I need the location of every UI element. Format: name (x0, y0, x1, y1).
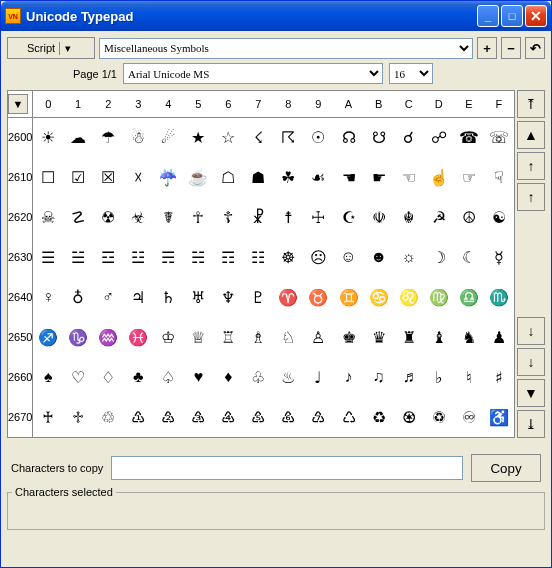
char-cell[interactable]: ♿ (484, 397, 514, 437)
nav-down-button[interactable]: ↓ (517, 348, 545, 376)
char-cell[interactable]: ♄ (153, 277, 183, 317)
char-cell[interactable]: ☂ (93, 117, 123, 157)
char-cell[interactable]: ☩ (303, 197, 333, 237)
char-cell[interactable]: ☈ (273, 117, 303, 157)
char-cell[interactable]: ☴ (153, 237, 183, 277)
char-cell[interactable]: ♃ (123, 277, 153, 317)
char-cell[interactable]: ☍ (424, 117, 454, 157)
char-cell[interactable]: ☵ (183, 237, 213, 277)
char-cell[interactable]: ♢ (93, 357, 123, 397)
char-cell[interactable]: ♉ (303, 277, 333, 317)
char-cell[interactable]: ☽ (424, 237, 454, 277)
char-cell[interactable]: ♌ (394, 277, 424, 317)
char-cell[interactable]: ♲ (93, 397, 123, 437)
char-cell[interactable]: ☷ (243, 237, 273, 277)
char-cell[interactable]: ♮ (454, 357, 484, 397)
char-cell[interactable]: ♩ (303, 357, 333, 397)
char-cell[interactable]: ☢ (93, 197, 123, 237)
char-cell[interactable]: ♖ (213, 317, 243, 357)
char-cell[interactable]: ♋ (364, 277, 394, 317)
char-cell[interactable]: ♪ (333, 357, 363, 397)
char-cell[interactable]: ♫ (364, 357, 394, 397)
char-cell[interactable]: ☉ (303, 117, 333, 157)
char-cell[interactable]: ☁ (63, 117, 93, 157)
char-cell[interactable]: ♊ (333, 277, 363, 317)
char-cell[interactable]: ♰ (33, 397, 63, 437)
nav-top-button[interactable]: ⤒ (517, 90, 545, 118)
char-cell[interactable]: ♴ (153, 397, 183, 437)
char-cell[interactable]: ☹ (303, 237, 333, 277)
char-cell[interactable]: ♓ (123, 317, 153, 357)
char-cell[interactable]: ☻ (364, 237, 394, 277)
char-cell[interactable]: ♠ (33, 357, 63, 397)
char-cell[interactable]: ☎ (454, 117, 484, 157)
font-size-select[interactable]: 16 (389, 63, 433, 84)
char-cell[interactable]: ♜ (394, 317, 424, 357)
char-cell[interactable]: ♱ (63, 397, 93, 437)
char-cell[interactable]: ♻ (364, 397, 394, 437)
char-cell[interactable]: ☧ (243, 197, 273, 237)
char-cell[interactable]: ☐ (33, 157, 63, 197)
char-cell[interactable]: ☪ (333, 197, 363, 237)
char-cell[interactable]: ☚ (333, 157, 363, 197)
char-cell[interactable]: ♙ (303, 317, 333, 357)
char-cell[interactable]: ☘ (273, 157, 303, 197)
char-cell[interactable]: ☄ (153, 117, 183, 157)
char-cell[interactable]: ♁ (63, 277, 93, 317)
category-select[interactable]: Miscellaneous Symbols (99, 38, 473, 59)
char-cell[interactable]: ♾ (454, 397, 484, 437)
char-cell[interactable]: ♷ (243, 397, 273, 437)
nav-page-up-button[interactable]: ▲ (517, 121, 545, 149)
char-cell[interactable]: ♣ (123, 357, 153, 397)
reset-button[interactable]: ↶ (525, 37, 545, 59)
char-cell[interactable]: ☌ (394, 117, 424, 157)
char-cell[interactable]: ♤ (153, 357, 183, 397)
nav-up-button[interactable]: ↑ (517, 152, 545, 180)
char-cell[interactable]: ♥ (183, 357, 213, 397)
char-cell[interactable]: ♎ (454, 277, 484, 317)
char-cell[interactable]: ☒ (93, 157, 123, 197)
char-cell[interactable]: ♽ (424, 397, 454, 437)
char-cell[interactable]: ☺ (333, 237, 363, 277)
maximize-button[interactable]: □ (501, 5, 523, 27)
copy-input[interactable] (111, 456, 463, 480)
char-cell[interactable]: ♨ (273, 357, 303, 397)
char-cell[interactable]: ★ (183, 117, 213, 157)
char-cell[interactable]: ☭ (424, 197, 454, 237)
char-cell[interactable]: ☟ (484, 157, 514, 197)
font-select[interactable]: Arial Unicode MS (123, 63, 383, 84)
char-cell[interactable]: ♛ (364, 317, 394, 357)
char-cell[interactable]: ♡ (63, 357, 93, 397)
zoom-out-button[interactable]: − (501, 37, 521, 59)
char-cell[interactable]: ☗ (243, 157, 273, 197)
char-cell[interactable]: ♹ (303, 397, 333, 437)
char-cell[interactable]: ☛ (364, 157, 394, 197)
char-cell[interactable]: ♳ (123, 397, 153, 437)
char-cell[interactable]: ♸ (273, 397, 303, 437)
char-cell[interactable]: ♘ (273, 317, 303, 357)
char-cell[interactable]: ☜ (394, 157, 424, 197)
char-cell[interactable]: ☝ (424, 157, 454, 197)
char-cell[interactable]: ☃ (123, 117, 153, 157)
char-cell[interactable]: ♂ (93, 277, 123, 317)
char-cell[interactable]: ♐ (33, 317, 63, 357)
char-cell[interactable]: ♝ (424, 317, 454, 357)
char-cell[interactable]: ♞ (454, 317, 484, 357)
char-cell[interactable]: ☥ (183, 197, 213, 237)
char-cell[interactable]: ♗ (243, 317, 273, 357)
nav-page-down-button[interactable]: ▼ (517, 379, 545, 407)
char-cell[interactable]: ☓ (123, 157, 153, 197)
char-cell[interactable]: ☔ (153, 157, 183, 197)
copy-button[interactable]: Copy (471, 454, 541, 482)
char-cell[interactable]: ☣ (123, 197, 153, 237)
char-cell[interactable]: ☕ (183, 157, 213, 197)
nav-up2-button[interactable]: ↑ (517, 183, 545, 211)
char-cell[interactable]: ♧ (243, 357, 273, 397)
char-cell[interactable]: ☠ (33, 197, 63, 237)
char-cell[interactable]: ♟ (484, 317, 514, 357)
char-cell[interactable]: ☸ (273, 237, 303, 277)
char-cell[interactable]: ☙ (303, 157, 333, 197)
char-cell[interactable]: ☤ (153, 197, 183, 237)
char-cell[interactable]: ♼ (394, 397, 424, 437)
char-cell[interactable]: ☾ (454, 237, 484, 277)
